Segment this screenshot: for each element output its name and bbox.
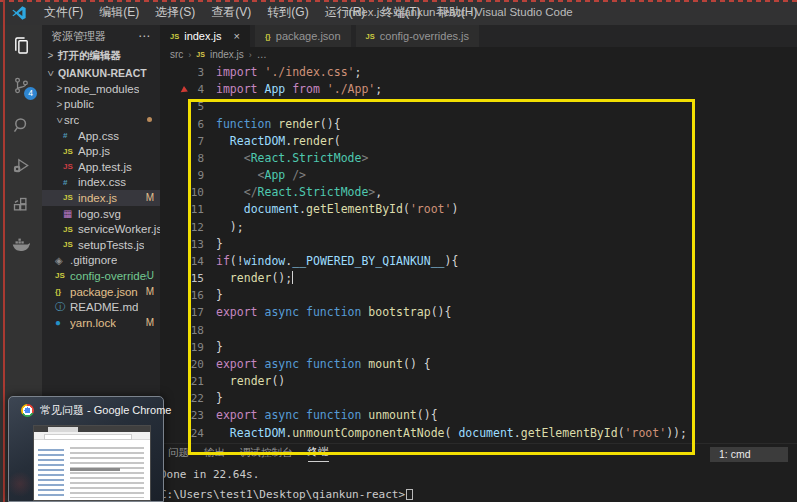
editor-tab[interactable]: {}package.json (255, 25, 351, 47)
file-row[interactable]: >src (42, 112, 160, 128)
file-row[interactable]: JSserviceWorker.js (42, 221, 160, 237)
explorer-title: 资源管理器 (51, 29, 106, 44)
git-file-icon: ◈ (55, 255, 70, 266)
more-actions-icon[interactable]: ⋯ (138, 29, 151, 43)
js-file-icon: {} (265, 32, 271, 41)
file-name: yarn.lock (70, 317, 116, 329)
file-row[interactable]: JSApp.test.js (42, 159, 160, 175)
code-line[interactable]: 3import './index.css'; (160, 64, 797, 81)
thumbnail-title: 常见问题 - Google Chrome (40, 403, 171, 418)
js-file-icon: JS (63, 225, 78, 234)
menu-item[interactable]: 查看(V) (203, 4, 259, 21)
file-name: node_modules (64, 83, 139, 95)
docker-icon[interactable] (0, 225, 42, 265)
open-editors-section[interactable]: > 打开的编辑器 (42, 47, 160, 64)
chevron-right-icon: > (46, 50, 55, 61)
file-row[interactable]: >public (42, 97, 160, 113)
file-name: config-overrides.js (70, 270, 147, 282)
git-status-badge: M (146, 286, 154, 297)
file-row[interactable]: JSindex.jsM (42, 190, 160, 206)
vscode-window: { "window": { "title": "index.js - qiank… (0, 0, 797, 502)
mini-article-heading (70, 468, 120, 471)
taskbar-thumbnail-preview[interactable]: 常见问题 - Google Chrome (8, 396, 164, 502)
breadcrumb-separator-icon: › (188, 50, 191, 60)
extensions-icon[interactable] (0, 185, 42, 225)
root-folder-label: QIANKUN-REACT (58, 67, 147, 79)
file-row[interactable]: ◈.gitignore (42, 253, 160, 269)
source-control-icon[interactable]: 4 (0, 65, 42, 105)
file-row[interactable]: #index.css (42, 175, 160, 191)
editor-tab-bar: JSindex.js×{}package.jsonJSconfig-overri… (160, 25, 797, 47)
js-file-icon: JS (196, 51, 205, 58)
file-name: index.js (78, 192, 117, 204)
breadcrumb-symbol[interactable]: … (257, 49, 267, 60)
file-name: src (64, 114, 79, 126)
mini-browser-toolbar (34, 432, 150, 440)
run-and-debug-icon[interactable] (0, 145, 42, 185)
js-test-file-icon: JS (63, 162, 78, 171)
js-file-icon: JS (170, 32, 179, 41)
js-file-icon: JS (55, 271, 70, 280)
file-row[interactable]: >node_modules (42, 81, 160, 97)
open-editors-label: 打开的编辑器 (58, 49, 121, 63)
editor-tab[interactable]: JSindex.js× (160, 25, 250, 47)
tab-label: package.json (276, 30, 341, 42)
explorer-header: 资源管理器 ⋯ (42, 25, 160, 47)
tab-label: config-overrides.js (380, 30, 469, 42)
breadcrumb[interactable]: src › JS index.js › … (160, 47, 797, 62)
js-file-icon: JS (63, 193, 78, 202)
menu-item[interactable]: 选择(S) (147, 4, 203, 21)
file-row[interactable]: ▦logo.svg (42, 206, 160, 222)
file-row[interactable]: JSconfig-overrides.jsU (42, 268, 160, 284)
panel-tab[interactable]: 问题 (168, 446, 189, 462)
file-row[interactable]: ⓘREADME.md (42, 299, 160, 315)
thumbnail-page-preview (33, 425, 151, 501)
mini-sidebar-links (38, 446, 64, 498)
chevron-down-icon: > (54, 116, 65, 125)
css-file-icon: # (63, 178, 78, 187)
json-file-icon: {} (55, 287, 70, 296)
breadcrumb-src[interactable]: src (170, 49, 183, 60)
annotation-rectangle (188, 99, 695, 455)
chevron-right-icon: > (55, 99, 64, 110)
css-file-icon: # (63, 131, 78, 140)
breadcrumb-file[interactable]: index.js (210, 49, 244, 60)
file-row[interactable]: JSApp.js (42, 143, 160, 159)
file-row[interactable]: ●yarn.lockM (42, 315, 160, 331)
menu-item[interactable]: 编辑(E) (91, 4, 147, 21)
yarn-file-icon: ● (55, 317, 70, 328)
menu-item[interactable]: 转到(G) (259, 4, 316, 21)
screen-record-border-top (0, 0, 797, 2)
explorer-icon[interactable] (0, 25, 42, 65)
mini-browser-content (34, 440, 150, 500)
terminal-shell-selector[interactable]: 1: cmd (710, 447, 788, 462)
code-line[interactable]: 4import App from './App'; (160, 81, 797, 98)
file-name: logo.svg (78, 208, 121, 220)
search-icon[interactable] (0, 105, 42, 145)
chevron-right-icon: > (55, 83, 64, 94)
thumbnail-header: 常见问题 - Google Chrome (9, 397, 163, 422)
chrome-icon (21, 404, 34, 417)
root-folder-section[interactable]: > QIANKUN-REACT (42, 64, 160, 81)
git-status-badge: M (146, 317, 154, 328)
file-row[interactable]: #App.css (42, 128, 160, 144)
file-name: App.test.js (78, 161, 132, 173)
file-name: App.css (78, 130, 119, 142)
file-tree: >node_modules>public>src#App.cssJSApp.js… (42, 81, 160, 331)
menu-item[interactable]: 文件(F) (36, 4, 91, 21)
vscode-logo-icon (11, 5, 27, 21)
git-status-badge: U (147, 270, 154, 281)
terminal-output[interactable]: Done in 22.64s.C:\Users\test1\Desktop\qi… (160, 467, 797, 502)
file-name: index.css (78, 176, 126, 188)
file-name: serviceWorker.js (78, 223, 160, 235)
file-row[interactable]: {}package.jsonM (42, 284, 160, 300)
window-title: index.js - qiankun-react - Visual Studio… (346, 0, 573, 25)
file-name: package.json (70, 286, 138, 298)
code-text: import App from './App'; (216, 81, 382, 98)
close-icon[interactable]: × (233, 30, 239, 42)
editor-tab[interactable]: JSconfig-overrides.js (356, 25, 479, 47)
breadcrumb-separator-icon: › (249, 50, 252, 60)
file-row[interactable]: JSsetupTests.js (42, 237, 160, 253)
file-name: setupTests.js (78, 239, 144, 251)
file-name: README.md (70, 301, 138, 313)
